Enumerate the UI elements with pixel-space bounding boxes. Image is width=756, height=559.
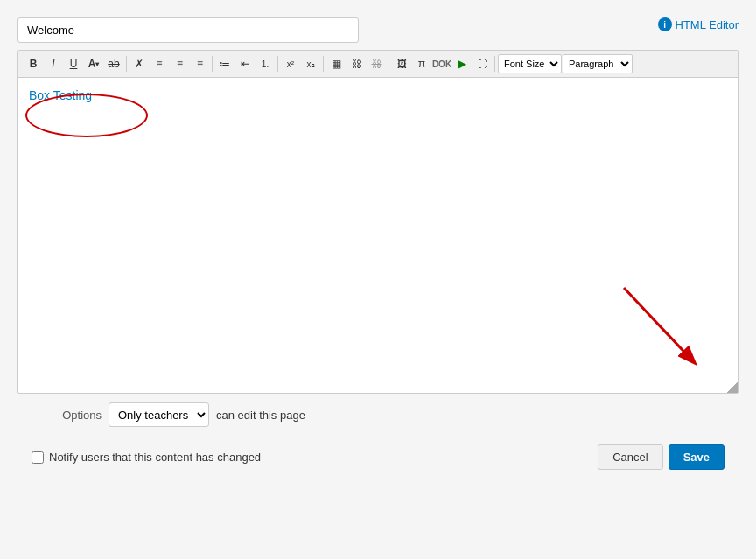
toolbar-sep-1	[126, 56, 127, 72]
eraser-button[interactable]: ✗	[130, 54, 149, 73]
editor-content: Box Testing	[29, 88, 727, 102]
superscript-button[interactable]: x²	[281, 54, 300, 73]
strikethrough-button[interactable]: ab	[104, 54, 123, 73]
media-button[interactable]: ▶	[452, 54, 472, 73]
notify-label[interactable]: Notify users that this content has chang…	[49, 451, 261, 464]
link-button[interactable]: ⛓	[346, 54, 366, 73]
align-left-button[interactable]: ≡	[150, 54, 169, 73]
editor-toolbar: B I U A▾ ab ✗ ≡ ≡ ≡ ≔ ⇤ 1. x² x₂ ▦ ⛓ ⛓ 🖼…	[18, 51, 738, 78]
arrow-annotation	[606, 270, 720, 384]
page-wrapper: i HTML Editor B I U A▾ ab ✗ ≡ ≡ ≡ ≔ ⇤ 1.…	[18, 17, 738, 470]
font-color-button[interactable]: A▾	[84, 54, 103, 73]
rich-text-editor: B I U A▾ ab ✗ ≡ ≡ ≡ ≔ ⇤ 1. x² x₂ ▦ ⛓ ⛓ 🖼…	[18, 50, 738, 394]
toolbar-sep-2	[212, 56, 213, 72]
align-center-button[interactable]: ≡	[170, 54, 189, 73]
editor-body[interactable]: Box Testing	[18, 78, 738, 393]
resize-handle[interactable]	[727, 382, 738, 393]
footer-row: Notify users that this content has chang…	[18, 436, 738, 470]
outdent-button[interactable]: ⇤	[235, 54, 255, 73]
notify-checkbox[interactable]	[32, 451, 44, 464]
bold-button[interactable]: B	[24, 54, 43, 73]
subscript-button[interactable]: x₂	[301, 54, 320, 73]
ordered-list-button[interactable]: 1.	[256, 54, 275, 73]
unlink-button[interactable]: ⛓	[367, 54, 386, 73]
font-size-select[interactable]: Font Size 8 10 12 14 16 18 24 36	[498, 54, 562, 73]
svg-line-1	[624, 288, 694, 362]
unordered-list-button[interactable]: ≔	[215, 54, 234, 73]
options-description: can edit this page	[216, 409, 305, 422]
table-button[interactable]: ▦	[326, 54, 346, 73]
options-row: Options Only teachers Anyone No one can …	[18, 394, 738, 436]
align-right-button[interactable]: ≡	[190, 54, 209, 73]
html-editor-link[interactable]: i HTML Editor	[658, 17, 738, 31]
page-name-input[interactable]	[18, 17, 359, 43]
options-select[interactable]: Only teachers Anyone No one	[108, 402, 209, 427]
options-label: Options	[32, 409, 102, 422]
paragraph-select[interactable]: Paragraph Heading 1 Heading 2 Heading 3 …	[563, 54, 633, 73]
underline-button[interactable]: U	[64, 54, 83, 73]
toolbar-sep-5	[388, 56, 389, 72]
html-editor-link-container: i HTML Editor	[658, 17, 738, 31]
italic-button[interactable]: I	[44, 54, 63, 73]
html-editor-label: HTML Editor	[676, 18, 738, 31]
toolbar-sep-6	[494, 56, 495, 72]
toolbar-sep-3	[277, 56, 278, 72]
notify-checkbox-row: Notify users that this content has chang…	[32, 451, 261, 464]
cancel-button[interactable]: Cancel	[598, 444, 662, 470]
image-button[interactable]: 🖼	[392, 54, 411, 73]
action-buttons: Cancel Save	[598, 444, 724, 470]
pi-button[interactable]: π	[412, 54, 431, 73]
save-button[interactable]: Save	[668, 444, 724, 470]
fullscreen-button[interactable]: ⛶	[472, 54, 492, 73]
document-button[interactable]: DOK	[432, 54, 452, 73]
info-icon: i	[658, 17, 672, 31]
toolbar-sep-4	[323, 56, 324, 72]
